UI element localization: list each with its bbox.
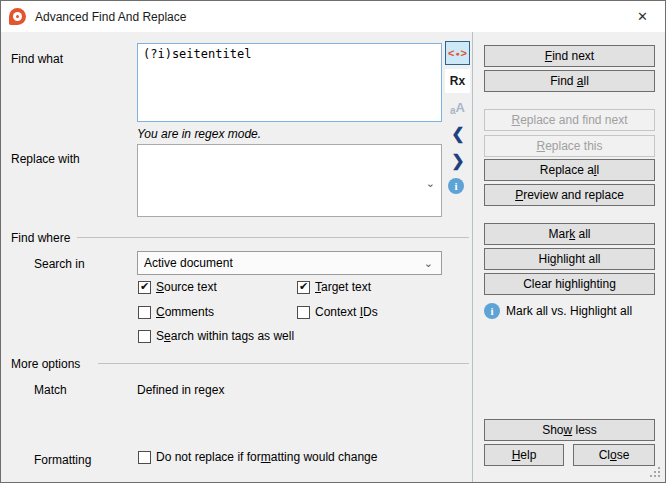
match-case-toggle[interactable]: aA <box>445 95 470 119</box>
checkbox-label: Search within tags as well <box>156 329 294 343</box>
checkbox-label: Context IDs <box>315 305 378 319</box>
chevron-right-icon: ❯ <box>451 151 464 170</box>
rx-helper-button[interactable]: Rx <box>445 69 470 93</box>
regex-icon: < <box>448 47 454 59</box>
checkbox-box[interactable]: ✔ <box>297 281 310 294</box>
info-icon: i <box>484 303 500 319</box>
replace-with-label: Replace with <box>11 152 80 166</box>
search-in-label: Search in <box>34 257 85 271</box>
checkbox-label: Comments <box>156 305 214 319</box>
section-divider <box>98 363 469 364</box>
checkbox-label: Do not replace if formatting would chang… <box>156 450 377 464</box>
replace-all-button[interactable]: Replace all <box>484 159 655 181</box>
preview-and-replace-button[interactable]: Preview and replace <box>484 184 655 206</box>
advanced-find-replace-dialog: Advanced Find And Replace ✕ Find what (?… <box>0 0 666 483</box>
section-divider <box>77 237 469 238</box>
chevron-left-icon: ❮ <box>451 124 464 143</box>
find-all-button[interactable]: Find all <box>484 70 655 92</box>
window-title: Advanced Find And Replace <box>35 10 186 24</box>
panel-divider <box>472 32 473 483</box>
checkbox-box[interactable] <box>138 330 151 343</box>
replace-and-find-next-button[interactable]: Replace and find next <box>484 109 655 131</box>
regex-mode-toggle[interactable]: <●> <box>445 41 470 65</box>
mark-all-button[interactable]: Mark all <box>484 223 655 245</box>
find-next-button[interactable]: Find next <box>484 45 655 67</box>
checkbox-comments[interactable]: Comments <box>138 305 214 319</box>
find-where-section-label: Find where <box>11 231 70 245</box>
checkbox-box[interactable] <box>138 451 151 464</box>
checkbox-context-ids[interactable]: Context IDs <box>297 305 378 319</box>
search-in-dropdown[interactable]: Active document ⌄ <box>137 251 442 275</box>
checkbox-box[interactable]: ✔ <box>138 281 151 294</box>
check-mark-icon: ✔ <box>140 281 149 292</box>
checkbox-label: Target text <box>315 280 371 294</box>
show-less-button[interactable]: Show less <box>484 419 655 441</box>
find-what-input[interactable]: (?i)seitentitel <box>137 43 442 122</box>
checkbox-formatting[interactable]: Do not replace if formatting would chang… <box>138 450 377 464</box>
case-icon: a <box>450 105 456 116</box>
formatting-label: Formatting <box>34 453 91 467</box>
match-value: Defined in regex <box>137 383 224 397</box>
highlight-all-button[interactable]: Highlight all <box>484 248 655 270</box>
checkbox-source-text[interactable]: ✔ Source text <box>138 280 217 294</box>
info-icon: i <box>454 180 457 192</box>
resize-grip[interactable] <box>658 475 660 477</box>
window-close-button[interactable]: ✕ <box>620 1 665 32</box>
match-label: Match <box>34 383 67 397</box>
search-in-value: Active document <box>144 256 233 270</box>
more-options-section-label: More options <box>11 357 80 371</box>
checkbox-target-text[interactable]: ✔ Target text <box>297 280 371 294</box>
replace-this-button[interactable]: Replace this <box>484 135 655 157</box>
regex-mode-note: You are in regex mode. <box>137 127 261 141</box>
rx-icon: Rx <box>450 74 465 88</box>
checkbox-search-within-tags[interactable]: Search within tags as well <box>138 329 294 343</box>
hint-text: Mark all vs. Highlight all <box>506 304 632 318</box>
title-bar: Advanced Find And Replace ✕ <box>1 1 665 32</box>
next-chevron-button[interactable]: ❯ <box>447 149 469 171</box>
checkbox-box[interactable] <box>297 306 310 319</box>
previous-chevron-button[interactable]: ❮ <box>447 122 469 144</box>
find-info-button[interactable]: i <box>448 178 464 194</box>
find-what-label: Find what <box>11 52 63 66</box>
replace-with-input[interactable]: ⌄ <box>137 144 442 217</box>
close-button[interactable]: Close <box>573 444 655 466</box>
help-button[interactable]: Help <box>484 444 564 466</box>
checkbox-box[interactable] <box>138 306 151 319</box>
memoq-logo-icon <box>9 8 26 25</box>
mark-vs-highlight-hint[interactable]: i Mark all vs. Highlight all <box>484 303 632 319</box>
checkbox-label: Source text <box>156 280 217 294</box>
dropdown-chevron-icon[interactable]: ⌄ <box>426 178 435 189</box>
check-mark-icon: ✔ <box>299 281 308 292</box>
clear-highlighting-button[interactable]: Clear highlighting <box>484 273 655 295</box>
dropdown-chevron-icon: ⌄ <box>424 258 433 269</box>
close-icon: ✕ <box>637 9 648 24</box>
